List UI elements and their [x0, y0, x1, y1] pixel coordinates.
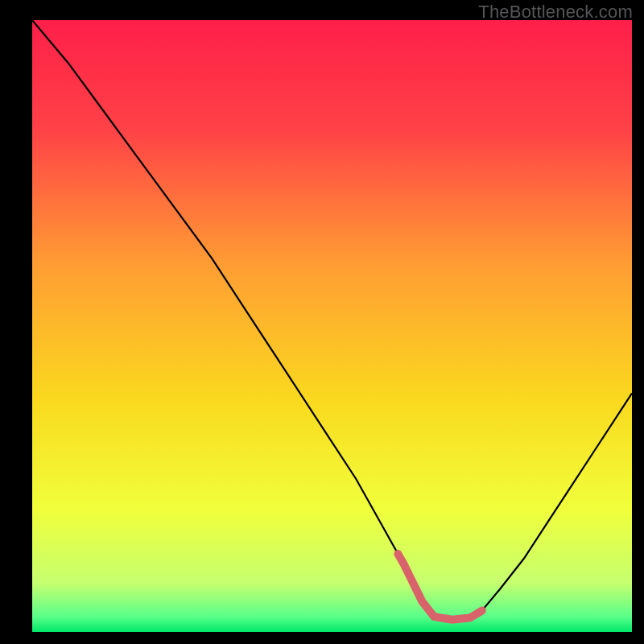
bottleneck-curve — [32, 20, 632, 632]
chart-frame: TheBottleneck.com — [0, 0, 644, 644]
watermark-text: TheBottleneck.com — [478, 2, 633, 23]
gradient-plot-area — [32, 20, 632, 632]
curve-path — [32, 20, 632, 620]
accent-segment — [398, 554, 481, 620]
